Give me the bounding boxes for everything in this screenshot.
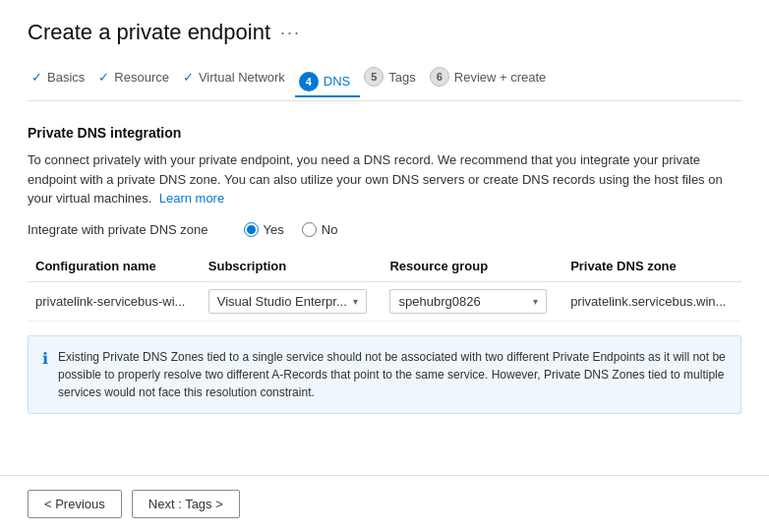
wizard-step-tags[interactable]: 5 Tags xyxy=(360,63,425,90)
step-tags-number: 5 xyxy=(364,67,384,87)
radio-yes-input[interactable] xyxy=(244,222,259,237)
wizard-step-review[interactable]: 6 Review + create xyxy=(426,63,557,90)
section-title: Private DNS integration xyxy=(28,125,741,141)
check-icon: ✓ xyxy=(183,70,194,85)
subscription-value: Visual Studio Enterpr... xyxy=(217,294,347,309)
col-resource-group: Resource group xyxy=(382,253,562,282)
wizard-steps: ✓ Basics ✓ Resource ✓ Virtual Network 4 … xyxy=(28,63,741,101)
check-icon: ✓ xyxy=(98,70,109,85)
config-name-cell: privatelink-servicebus-wi... xyxy=(28,281,201,321)
step-basics-label: Basics xyxy=(47,70,85,85)
table-row: privatelink-servicebus-wi... Visual Stud… xyxy=(28,281,741,321)
col-config-name: Configuration name xyxy=(28,253,201,282)
step-dns-label: DNS xyxy=(324,74,350,89)
step-tags-label: Tags xyxy=(388,70,415,85)
dns-integration-row: Integrate with private DNS zone Yes No xyxy=(28,222,741,237)
radio-yes-label: Yes xyxy=(264,222,284,237)
check-icon: ✓ xyxy=(31,70,42,85)
info-icon: ℹ xyxy=(42,349,48,368)
dns-zone-cell: privatelink.servicebus.win... xyxy=(562,281,741,321)
wizard-step-resource[interactable]: ✓ Resource xyxy=(94,66,179,89)
next-button[interactable]: Next : Tags > xyxy=(132,490,240,518)
footer: < Previous Next : Tags > xyxy=(0,475,769,532)
resource-group-value: spehubrg0826 xyxy=(398,294,480,309)
col-dns-zone: Private DNS zone xyxy=(562,253,741,282)
col-subscription: Subscription xyxy=(201,253,383,282)
radio-no-input[interactable] xyxy=(302,222,317,237)
step-review-label: Review + create xyxy=(454,70,547,85)
info-text: Existing Private DNS Zones tied to a sin… xyxy=(58,348,727,401)
chevron-down-icon: ▾ xyxy=(533,296,538,307)
wizard-step-dns[interactable]: 4 DNS xyxy=(295,68,360,97)
radio-no-option[interactable]: No xyxy=(302,222,338,237)
wizard-step-virtual-network[interactable]: ✓ Virtual Network xyxy=(179,66,295,89)
previous-button[interactable]: < Previous xyxy=(28,490,122,518)
radio-yes-option[interactable]: Yes xyxy=(244,222,284,237)
resource-group-dropdown[interactable]: spehubrg0826 ▾ xyxy=(389,289,547,314)
radio-no-label: No xyxy=(322,222,338,237)
learn-more-link[interactable]: Learn more xyxy=(159,191,224,206)
step-review-number: 6 xyxy=(430,67,449,87)
step-resource-label: Resource xyxy=(114,70,169,85)
wizard-step-basics[interactable]: ✓ Basics xyxy=(28,66,94,89)
info-box: ℹ Existing Private DNS Zones tied to a s… xyxy=(28,335,741,414)
step-vnet-label: Virtual Network xyxy=(199,70,285,85)
step-dns-number: 4 xyxy=(299,72,319,91)
dns-table: Configuration name Subscription Resource… xyxy=(28,253,741,322)
chevron-down-icon: ▾ xyxy=(353,296,358,307)
page-title-ellipsis: ··· xyxy=(280,23,301,43)
page-title: Create a private endpoint xyxy=(28,20,270,45)
subscription-dropdown[interactable]: Visual Studio Enterpr... ▾ xyxy=(208,289,367,314)
description-text: To connect privately with your private e… xyxy=(28,150,741,208)
radio-label: Integrate with private DNS zone xyxy=(28,222,208,237)
